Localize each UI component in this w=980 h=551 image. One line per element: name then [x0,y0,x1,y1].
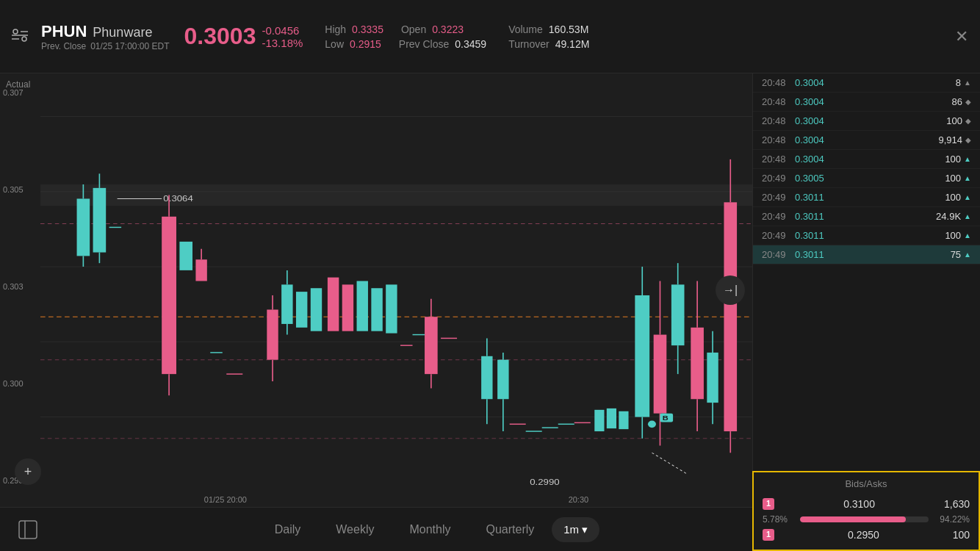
price-change: -0.0456 [262,24,303,37]
volume-value: 160.53M [549,24,588,35]
svg-rect-30 [267,309,278,359]
open-label: Open [401,24,426,35]
tab-monthly[interactable]: Monthly [392,517,468,542]
ticker-block: PHUN Phunware Prev. Close 01/25 17:00:00… [41,22,170,51]
x-label-2: 20:30 [569,495,589,504]
y-label-3: 0.303 [3,282,37,291]
table-row: 20:49 0.3011 75 ▲ [753,245,980,264]
interval-button[interactable]: 1m ▾ [552,517,599,542]
svg-rect-38 [328,278,339,331]
y-label-2: 0.305 [3,185,37,194]
x-label-1: 01/25 20:00 [204,495,247,504]
table-row: 20:49 0.3011 24.9K ▲ [753,207,980,226]
bid-row: 1 0.3100 1,630 [754,495,979,507]
svg-point-0 [13,29,18,34]
y-label-1: 0.307 [3,88,37,97]
high-label: High [325,24,346,35]
chart-svg: B 0.2990 0.3064 [40,73,752,489]
svg-rect-37 [311,288,322,331]
svg-rect-22 [162,217,176,374]
svg-text:B: B [663,414,669,422]
trades-panel: 20:48 0.3004 8 ▲ 20:48 0.3004 86 ◆ 20:48… [752,73,980,507]
svg-rect-42 [386,284,397,333]
ticker-symbol: PHUN [41,22,87,41]
prev-close-label: Prev. Close [41,41,86,51]
volume-label: Volume [508,24,543,35]
y-axis: 0.307 0.305 0.303 0.300 0.298 [0,73,40,507]
close-button[interactable]: ✕ [955,27,968,46]
open-value: 0.3223 [432,24,464,35]
svg-point-69 [648,420,656,428]
volume-block: Volume 160.53M Turnover 49.12M [508,24,589,50]
table-row: 20:48 0.3004 100 ▲ [753,150,980,169]
svg-rect-52 [497,360,508,400]
svg-rect-11 [40,184,752,206]
table-row: 20:48 0.3004 100 ◆ [753,112,980,131]
svg-rect-15 [77,198,90,256]
tab-weekly[interactable]: Weekly [318,517,392,542]
svg-rect-61 [607,408,616,428]
timeframe-tabs: Daily Weekly Monthly Quarterly 1m ▾ [257,517,600,542]
crosshair-button[interactable]: + [15,458,41,485]
svg-point-4 [22,37,26,41]
svg-rect-41 [371,288,382,331]
table-row: 20:48 0.3004 8 ▲ [753,73,980,93]
menu-icon[interactable] [12,29,28,45]
low-value: 0.2915 [350,38,381,50]
svg-rect-40 [357,281,368,331]
price-change-pct: -13.18% [262,37,303,49]
x-axis: 01/25 20:00 20:30 [40,492,752,507]
svg-rect-49 [481,356,492,399]
table-row: 20:49 0.3011 100 ▲ [753,188,980,207]
svg-line-75 [652,453,687,474]
svg-rect-36 [296,292,307,328]
turnover-value: 49.12M [555,38,590,50]
svg-rect-18 [93,188,107,253]
svg-text:0.2990: 0.2990 [530,478,559,487]
svg-rect-77 [691,328,704,399]
table-row: 20:49 0.3011 100 ▲ [753,226,980,245]
svg-rect-62 [619,411,628,429]
table-row: 20:49 0.3005 100 ▲ [753,169,980,188]
svg-rect-72 [671,284,685,345]
svg-rect-83 [724,202,737,431]
table-row: 20:48 0.3004 9,914 ◆ [753,131,980,150]
bids-asks-panel: Bids/Asks 1 0.3100 1,630 5.78% 94.22% 1 … [752,471,980,507]
company-name: Phunware [93,25,152,40]
bid-number: 1 [763,498,774,507]
svg-rect-60 [594,410,604,431]
prev-close2-value: 0.3459 [455,38,486,50]
svg-rect-25 [179,242,192,270]
svg-rect-88 [19,521,37,539]
svg-rect-45 [425,317,438,374]
bid-qty: 1,630 [944,498,970,507]
chart-area[interactable]: Actual 0.307 0.305 0.303 0.300 0.298 [0,73,752,507]
svg-rect-66 [654,335,667,414]
current-price: 0.3003 [184,23,256,50]
bid-price: 0.3100 [843,498,875,507]
tab-daily[interactable]: Daily [257,517,319,542]
y-label-4: 0.300 [3,379,37,388]
svg-rect-33 [281,284,292,324]
header: PHUN Phunware Prev. Close 01/25 17:00:00… [0,0,980,73]
sidebar-toggle-button[interactable] [15,516,41,543]
svg-rect-26 [195,259,206,281]
svg-rect-63 [635,295,649,417]
svg-text:0.3064: 0.3064 [163,194,192,204]
svg-rect-80 [707,353,718,403]
main-content: Actual 0.307 0.305 0.303 0.300 0.298 [0,73,980,507]
svg-rect-39 [342,284,353,331]
bids-asks-title: Bids/Asks [754,478,979,489]
high-value: 0.3335 [352,24,383,35]
scroll-right-button[interactable]: →| [716,276,745,305]
table-row: 20:48 0.3004 86 ◆ [753,93,980,112]
stats-block: High 0.3335 Open 0.3223 Low 0.2915 Prev … [325,24,486,50]
tab-quarterly[interactable]: Quarterly [468,517,552,542]
nav-left [15,516,41,543]
turnover-label: Turnover [508,38,550,50]
low-label: Low [325,38,344,50]
prev-close2-label: Prev Close [399,38,449,50]
prev-close-date: 01/25 17:00:00 EDT [90,41,169,51]
